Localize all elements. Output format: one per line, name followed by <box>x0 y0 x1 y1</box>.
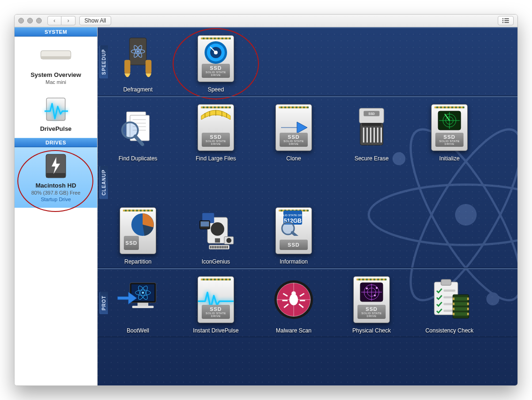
tool-label: Repartition <box>110 258 166 265</box>
tool-consistency-check[interactable]: Consistency Check <box>421 274 478 334</box>
minimize-dot[interactable] <box>27 18 33 23</box>
back-button[interactable]: ‹ <box>47 16 61 25</box>
svg-rect-47 <box>362 123 381 126</box>
tool-label: Find Large Files <box>188 155 244 162</box>
tool-secure-erase[interactable]: SSD Secure Erase <box>343 102 400 162</box>
tool-label: Defragment <box>110 86 166 93</box>
tool-label: Clone <box>266 155 322 162</box>
svg-rect-115 <box>441 279 451 286</box>
svg-rect-70 <box>215 246 216 248</box>
svg-rect-132 <box>467 313 469 315</box>
svg-rect-128 <box>467 302 469 305</box>
tool-label: Malware Scan <box>266 327 322 334</box>
svg-point-29 <box>214 51 217 54</box>
svg-rect-68 <box>212 246 213 248</box>
section-cleanup: CLEANUP Find Duplicates <box>98 96 517 268</box>
svg-rect-116 <box>443 289 455 292</box>
tool-icongenius[interactable]: IconGenius <box>188 205 244 265</box>
tool-label: Consistency Check <box>421 327 478 334</box>
zoom-dot[interactable] <box>36 18 42 23</box>
svg-point-113 <box>376 287 378 289</box>
annotation-circle <box>17 150 93 212</box>
information-icon: SOLID STATE DRIVE 512GB SSD <box>273 205 315 257</box>
tool-instant-drivepulse[interactable]: SSDSOLID STATE DRIVE Instant DrivePulse <box>188 274 244 334</box>
sidebar-item-macintosh-hd[interactable]: Macintosh HD 80% (397.8 GB) Free Startup… <box>15 147 97 208</box>
mac-mini-icon <box>39 43 73 68</box>
sidebar-item-drivepulse[interactable]: DrivePulse <box>15 91 97 138</box>
svg-rect-23 <box>124 60 130 74</box>
svg-point-112 <box>374 294 376 296</box>
malware-scan-icon <box>273 274 315 325</box>
svg-text:SSD: SSD <box>368 112 375 115</box>
close-dot[interactable] <box>18 18 24 23</box>
tool-label: Physical Check <box>343 327 400 334</box>
sidebar-item-title: System Overview <box>18 71 93 78</box>
svg-rect-3 <box>504 20 509 21</box>
list-icon <box>502 18 509 23</box>
tool-label: BootWell <box>110 327 166 334</box>
find-large-files-icon: SSDSOLID STATE DRIVE <box>195 102 237 153</box>
svg-rect-130 <box>467 308 469 310</box>
svg-rect-124 <box>455 312 467 316</box>
svg-text:SOLID STATE DRIVE: SOLID STATE DRIVE <box>280 214 306 217</box>
svg-rect-69 <box>213 246 215 248</box>
svg-rect-67 <box>210 246 211 248</box>
app-window: ‹ › Show All SYSTEM <box>14 14 518 386</box>
svg-rect-76 <box>225 246 227 248</box>
svg-point-79 <box>227 238 232 243</box>
speed-icon: SSDSOLID STATE DRIVE <box>195 33 237 84</box>
svg-rect-72 <box>218 246 220 248</box>
tool-physical-check[interactable]: SSDSOLID STATE DRIVE Physical Check <box>343 274 400 334</box>
physical-check-icon: SSDSOLID STATE DRIVE <box>350 274 393 325</box>
forward-button[interactable]: › <box>61 16 76 25</box>
show-all-button[interactable]: Show All <box>79 16 111 25</box>
svg-rect-127 <box>453 302 455 305</box>
tool-label: Find Duplicates <box>110 155 166 162</box>
tool-repartition[interactable]: SSD Repartition <box>110 205 166 265</box>
sidebar-item-system-overview[interactable]: System Overview Mac mini <box>15 37 97 91</box>
tool-bootwell[interactable]: BootWell <box>110 274 166 334</box>
tool-find-duplicates[interactable]: Find Duplicates <box>110 102 166 162</box>
svg-rect-122 <box>455 302 467 305</box>
titlebar: ‹ › Show All <box>15 15 517 27</box>
svg-rect-24 <box>145 60 152 74</box>
initialize-icon: SSDSOLID STATE DRIVE <box>428 102 471 153</box>
tool-clone[interactable]: SSDSOLID STATE DRIVE Clone <box>266 102 322 162</box>
svg-rect-74 <box>222 246 223 248</box>
repartition-icon: SSD <box>117 205 159 257</box>
sidebar-header-system: SYSTEM <box>15 27 97 37</box>
svg-rect-77 <box>227 246 228 248</box>
section-label: PROT <box>99 292 108 314</box>
section-label: CLEANUP <box>99 166 108 199</box>
secure-erase-icon: SSD <box>350 102 393 153</box>
tool-label: Information <box>266 258 322 265</box>
svg-rect-121 <box>455 297 467 301</box>
section-protect: PROT <box>98 268 517 337</box>
bootwell-icon <box>117 274 159 325</box>
sidebar: SYSTEM System Overview Mac mini <box>15 27 98 385</box>
consistency-check-icon <box>428 274 471 325</box>
tool-initialize[interactable]: SSDSOLID STATE DRIVE Initialize <box>421 102 478 162</box>
svg-line-84 <box>292 233 297 236</box>
section-speedup: SPEEDUP <box>98 27 517 96</box>
svg-rect-125 <box>453 298 455 300</box>
instant-drivepulse-icon: SSDSOLID STATE DRIVE <box>195 274 237 325</box>
svg-rect-62 <box>215 238 220 242</box>
sidebar-item-subtitle: Mac mini <box>18 79 93 85</box>
tool-information[interactable]: SOLID STATE DRIVE 512GB SSD Information <box>266 205 322 265</box>
clone-icon: SSDSOLID STATE DRIVE <box>273 102 315 153</box>
sidebar-item-title: DrivePulse <box>18 125 93 132</box>
svg-rect-92 <box>132 306 154 308</box>
icongenius-icon <box>195 205 237 257</box>
tool-malware-scan[interactable]: Malware Scan <box>266 274 322 334</box>
svg-point-22 <box>137 50 139 53</box>
tool-speed[interactable]: SSDSOLID STATE DRIVE Speed <box>188 33 244 93</box>
tool-defragment[interactable]: Defragment <box>110 33 166 93</box>
tool-find-large-files[interactable]: SSDSOLID STATE DRIVE Find Large Files <box>188 102 244 162</box>
svg-rect-91 <box>137 303 148 306</box>
svg-rect-123 <box>455 307 467 310</box>
list-view-toggle[interactable] <box>498 16 514 25</box>
main-panel: SPEEDUP <box>98 27 517 385</box>
drivepulse-icon <box>39 97 73 121</box>
svg-rect-129 <box>453 308 455 310</box>
